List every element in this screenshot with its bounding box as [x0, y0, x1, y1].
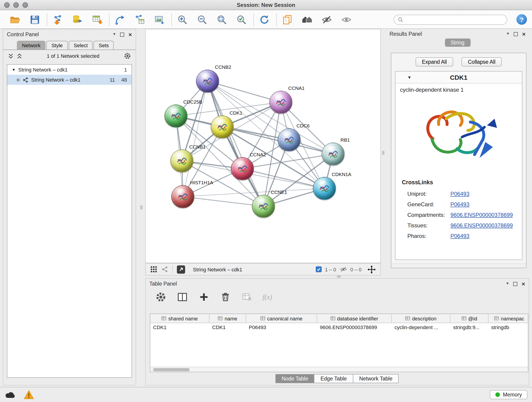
table-settings-button[interactable] [155, 291, 167, 303]
network-node-ccne1[interactable] [252, 195, 275, 218]
splitter-grip[interactable] [140, 205, 143, 210]
help-button[interactable]: ? [516, 14, 527, 25]
network-node-ccnb1[interactable] [171, 149, 193, 172]
close-panel-icon[interactable]: × [522, 31, 526, 37]
tab-node-table[interactable]: Node Table [275, 374, 315, 383]
window-minimize-button[interactable] [13, 2, 19, 8]
crosslink-link[interactable]: 9606.ENSP00000378699 [450, 211, 513, 218]
crosslink-link[interactable]: 9606.ENSP00000378699 [450, 222, 513, 229]
crosslink-link[interactable]: P06493 [450, 191, 469, 197]
memory-button[interactable]: Memory [490, 390, 527, 399]
network-row-selected[interactable]: String Network – cdk1 11 48 [7, 75, 132, 85]
show-columns-button[interactable] [177, 291, 188, 303]
network-collection-row[interactable]: ▼ String Network – cdk1 1 [7, 65, 132, 75]
table-cell[interactable]: CDK1 [150, 323, 209, 332]
network-node-ccnb2[interactable] [196, 70, 219, 93]
expand-all-icon[interactable] [17, 53, 22, 59]
show-all-button[interactable] [341, 13, 352, 26]
tab-edge-table[interactable]: Edge Table [314, 374, 353, 383]
search-field[interactable] [394, 15, 507, 25]
zoom-fit-button[interactable] [216, 13, 228, 26]
collapse-triangle-icon[interactable]: ▼ [12, 68, 16, 72]
network-node-rb1[interactable] [322, 143, 345, 166]
tab-select[interactable]: Select [69, 41, 93, 50]
window-close-button[interactable] [4, 2, 10, 8]
import-network-file-button[interactable] [52, 13, 64, 26]
table-cell[interactable]: P06493 [246, 323, 317, 332]
column-header-canonical-name[interactable]: canonical name [246, 314, 317, 323]
new-network-button[interactable] [114, 13, 126, 26]
splitter-grip[interactable] [337, 275, 341, 278]
delete-column-button[interactable] [220, 291, 231, 303]
table-cell[interactable]: 9606.ENSP00000378699 [317, 323, 392, 332]
collapse-all-icon[interactable] [8, 53, 14, 59]
grid-view-icon[interactable] [150, 266, 157, 273]
delete-table-button[interactable] [241, 291, 253, 303]
add-column-button[interactable] [198, 291, 210, 303]
maximize-panel-icon[interactable] [514, 32, 518, 36]
column-header-database-identifier[interactable]: database identifier [317, 314, 392, 323]
column-header-description[interactable]: description [392, 314, 450, 323]
tab-string[interactable]: String [445, 38, 470, 47]
window-zoom-button[interactable] [22, 2, 28, 8]
tab-sets[interactable]: Sets [94, 41, 114, 50]
column-header--id[interactable]: @id [450, 314, 488, 323]
maximize-panel-icon[interactable] [513, 282, 518, 286]
network-node-hist1h1a[interactable] [171, 185, 194, 208]
open-session-button[interactable] [9, 13, 21, 26]
table-horizontal-scrollbar[interactable] [150, 367, 528, 372]
function-builder-button[interactable]: f(x) [263, 293, 272, 301]
search-input[interactable] [405, 17, 507, 22]
crosslink-link[interactable]: P06493 [450, 201, 469, 207]
collapse-card-icon[interactable]: ▼ [407, 75, 412, 80]
warning-icon[interactable] [24, 390, 34, 399]
copy-document-button[interactable] [281, 13, 293, 26]
share-view-icon[interactable] [161, 266, 168, 273]
network-node-cdc25b[interactable] [165, 104, 187, 128]
column-header-name[interactable]: name [209, 314, 246, 323]
float-panel-icon[interactable]: ▼ [506, 282, 509, 286]
network-node-cdkn1a[interactable] [313, 177, 336, 200]
selected-checkbox[interactable] [316, 266, 322, 272]
zoom-in-button[interactable] [177, 13, 188, 26]
float-panel-icon[interactable]: ▼ [506, 32, 510, 36]
crosslink-link[interactable]: P06493 [450, 233, 469, 239]
zoom-selected-button[interactable] [235, 13, 247, 26]
scrollbar-thumb[interactable] [153, 368, 190, 371]
maximize-panel-icon[interactable] [120, 32, 124, 36]
import-network-database-button[interactable] [71, 13, 83, 26]
network-table-button[interactable] [134, 13, 146, 26]
tab-network[interactable]: Network [17, 41, 46, 50]
table-cell[interactable]: cyclin-dependent ... [392, 323, 450, 332]
float-panel-icon[interactable]: ▼ [113, 32, 116, 36]
network-node-ccna1[interactable] [269, 91, 292, 114]
network-node-ccna2[interactable] [231, 157, 254, 180]
zoom-out-button[interactable] [196, 13, 208, 26]
hide-selected-button[interactable] [321, 13, 333, 26]
column-header-shared-name[interactable]: shared name [150, 314, 209, 323]
network-node-cdc6[interactable] [278, 128, 301, 151]
hidden-eye-slash-icon[interactable] [339, 266, 347, 272]
network-node-cdk1[interactable] [211, 115, 234, 138]
import-table-button[interactable] [91, 13, 103, 26]
gear-icon[interactable] [124, 52, 131, 60]
tab-network-table[interactable]: Network Table [353, 374, 399, 383]
pan-crosshair-icon[interactable] [367, 265, 376, 274]
export-image-button[interactable] [153, 13, 165, 26]
table-cell[interactable]: stringdb:9... [450, 323, 488, 332]
birdseye-view-button[interactable] [177, 265, 185, 274]
table-row[interactable]: CDK1CDK1P064939606.ENSP00000378699cyclin… [150, 323, 528, 332]
results-horizontal-scrollbar[interactable] [391, 264, 526, 268]
tab-style[interactable]: Style [46, 41, 68, 50]
network-canvas[interactable]: CCNB2CCNA1CDC25BCDK1CDC6RB1CCNB1CCNA2CDK… [145, 29, 381, 263]
save-session-button[interactable] [29, 13, 41, 26]
refresh-view-button[interactable] [259, 13, 270, 26]
table-cell[interactable]: CDK1 [209, 323, 246, 332]
expand-all-button[interactable]: Expand All [416, 57, 453, 66]
column-header-namespac[interactable]: namespac [488, 314, 528, 323]
close-panel-icon[interactable]: × [522, 281, 525, 287]
table-cell[interactable]: stringdb [488, 323, 528, 332]
cloud-icon[interactable] [5, 390, 17, 399]
collapse-all-button[interactable]: Collapse All [462, 57, 502, 66]
home-view-button[interactable] [301, 13, 313, 26]
